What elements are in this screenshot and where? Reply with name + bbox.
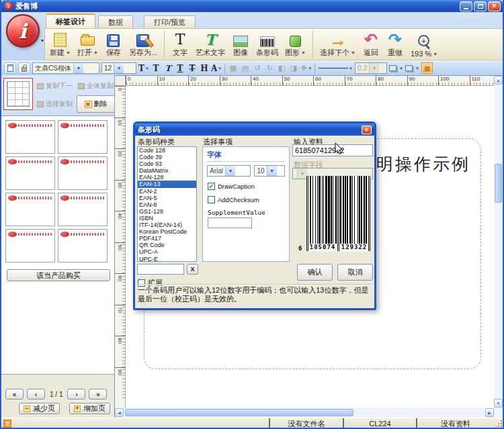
next-page-button[interactable]: › — [67, 389, 85, 399]
barcode-type-option[interactable]: EAN-8 — [138, 201, 196, 208]
chevron-down-icon[interactable]: ▼ — [301, 50, 306, 55]
toolbar-button-select-next[interactable]: 选择下个▼ — [317, 30, 359, 59]
format-char-width-button[interactable]: H — [199, 62, 210, 74]
horizontal-scroll-thumb[interactable] — [125, 409, 353, 416]
label-thumbnail[interactable] — [5, 156, 55, 190]
app-menu-button[interactable]: i — [6, 14, 40, 48]
first-page-button[interactable]: « — [5, 389, 24, 399]
barcode-type-option[interactable]: UPC-A — [138, 248, 196, 255]
remove-page-button[interactable]: − 减少页 — [19, 403, 60, 414]
barcode-type-option[interactable]: PDF417 — [138, 235, 196, 242]
draw-caption-option[interactable]: ✓ DrawCaption — [208, 183, 289, 190]
scroll-up-icon[interactable]: ▲ — [494, 76, 503, 85]
barcode-type-listbox[interactable]: Code 128Code 39Code 93DataMatrixEAN-128E… — [137, 146, 197, 262]
barcode-type-option[interactable]: UPC-E — [138, 256, 196, 263]
chevron-down-icon[interactable]: ▼ — [93, 50, 98, 55]
extension-value-input[interactable] — [137, 264, 184, 275]
toolbar-button-save[interactable]: 保存 — [101, 30, 126, 59]
format-text-direction-button[interactable]: T▼ — [138, 62, 149, 74]
select-tool-button[interactable] — [4, 62, 16, 74]
label-thumbnail[interactable] — [5, 229, 55, 263]
snap-toggle-button[interactable]: ▦ — [421, 62, 433, 74]
tab-print-preview[interactable]: 打印/预览 — [144, 15, 196, 28]
barcode-type-option[interactable]: GS1-128 — [138, 208, 196, 215]
barcode-type-option[interactable]: ITF-14(EAN-14) — [138, 222, 196, 228]
barcode-font-combo[interactable]: Arial ▼ — [207, 165, 251, 177]
barcode-type-option[interactable]: QR Code — [138, 242, 196, 248]
scroll-down-icon[interactable]: ▼ — [494, 399, 503, 408]
toolbar-button-shape[interactable]: 图形▼ — [282, 30, 309, 59]
barcode-type-option[interactable]: EAN-5 — [138, 195, 196, 201]
toolbar-button-zoom[interactable]: 193 %▼ — [407, 30, 441, 59]
label-thumbnail[interactable] — [5, 193, 55, 226]
resize-grip[interactable] — [494, 418, 503, 429]
toolbar-button-undo[interactable]: 返回 — [359, 30, 383, 59]
barcode-font-size-combo[interactable]: 10 ▼ — [254, 165, 285, 177]
toolbar-button-text[interactable]: 文字 — [168, 30, 192, 59]
checkbox-unchecked-icon[interactable] — [208, 196, 215, 203]
cancel-button[interactable]: 取消 — [337, 264, 373, 281]
dialog-titlebar[interactable]: 条形码 × — [135, 124, 374, 136]
chevron-down-icon[interactable]: ▼ — [433, 52, 437, 56]
toolbar-button-barcode[interactable]: 条形码 — [253, 30, 282, 59]
barcode-type-option[interactable]: ISBN — [138, 215, 196, 222]
copy-next-button[interactable]: 复制下一 — [36, 78, 74, 94]
minimize-button[interactable] — [460, 1, 472, 11]
close-button[interactable]: × — [488, 1, 501, 11]
lock-button[interactable] — [18, 62, 30, 74]
copy-all-button[interactable]: 全体复制 — [77, 78, 115, 94]
barcode-type-option[interactable]: Code 39 — [138, 154, 196, 160]
maximize-button[interactable] — [474, 1, 487, 11]
tab-data[interactable]: 数据 — [98, 15, 133, 28]
toolbar-button-open[interactable]: 打开▼ — [74, 30, 101, 59]
label-thumbnail[interactable] — [58, 156, 108, 190]
chevron-down-icon[interactable]: ▼ — [369, 63, 379, 73]
barcode-data-input[interactable] — [292, 144, 373, 156]
toolbar-button-image[interactable]: 图像 — [228, 30, 253, 59]
layout-preview-button[interactable] — [3, 78, 33, 110]
dialog-close-button[interactable]: × — [362, 126, 372, 134]
prev-page-button[interactable]: ‹ — [27, 389, 45, 399]
line-style-combo[interactable]: ▼ — [319, 62, 353, 74]
tab-label-design[interactable]: 标签设计 — [46, 13, 95, 28]
barcode-type-option[interactable]: EAN-128 — [138, 174, 196, 181]
format-char-spacing-button[interactable]: A▼ — [211, 62, 222, 74]
barcode-type-option[interactable]: DataMatrix — [138, 167, 196, 174]
label-thumbnail[interactable] — [5, 120, 55, 154]
line-width-combo[interactable]: 0.3 ▼ — [355, 62, 387, 74]
scroll-left-icon[interactable]: ◀ — [115, 408, 124, 417]
last-page-button[interactable]: » — [89, 389, 107, 399]
ok-button[interactable]: 确认 — [297, 264, 333, 281]
app-menu-arrow-icon[interactable]: ▾ — [41, 38, 44, 44]
font-size-combo[interactable]: 12 ▼ — [101, 62, 136, 74]
barcode-type-option[interactable]: EAN-2 — [138, 188, 196, 195]
toolbar-button-new[interactable]: 新建▼ — [46, 30, 74, 59]
barcode-type-option[interactable]: Code 128 — [138, 147, 196, 154]
send-backward-button[interactable]: ▼ — [405, 62, 419, 74]
label-thumbnail[interactable] — [58, 120, 108, 154]
chevron-down-icon[interactable]: ▼ — [225, 166, 235, 176]
toolbar-button-art-text[interactable]: 艺术文字 — [192, 30, 228, 59]
checkbox-checked-icon[interactable]: ✓ — [208, 183, 215, 190]
purchase-button[interactable]: 该当产品购买 — [7, 269, 110, 281]
label-thumbnail[interactable] — [58, 229, 108, 263]
toolbar-button-save-as[interactable]: 另存为... — [126, 30, 161, 59]
add-checksum-option[interactable]: AddChecksum — [208, 196, 289, 203]
delete-button[interactable]: ×删除 — [77, 95, 115, 113]
supplement-value-input[interactable] — [208, 218, 252, 228]
add-page-button[interactable]: + 增加页 — [69, 403, 110, 414]
toolbar-button-redo[interactable]: 重做 — [383, 30, 407, 59]
bring-forward-button[interactable]: ▼ — [389, 62, 403, 74]
barcode-type-option[interactable]: Code 93 — [138, 160, 196, 167]
chevron-down-icon[interactable]: ▼ — [267, 166, 277, 176]
chevron-down-icon[interactable]: ▼ — [114, 63, 124, 73]
vertical-scrollbar[interactable]: ▲ ▼ — [494, 76, 503, 408]
label-thumbnail[interactable] — [58, 193, 108, 226]
format-text-bold-button[interactable]: T — [151, 62, 161, 74]
font-family-combo[interactable]: 文鼎CS楷体 ▼ — [32, 62, 99, 74]
scroll-right-icon[interactable]: ▶ — [485, 408, 494, 417]
horizontal-scrollbar[interactable]: ◀ ▶ — [115, 408, 494, 418]
barcode-type-option[interactable]: EAN-13 — [138, 181, 196, 187]
format-text-italic-button[interactable]: T — [163, 62, 173, 74]
copy-selection-button[interactable]: 选择复制 — [36, 95, 74, 113]
